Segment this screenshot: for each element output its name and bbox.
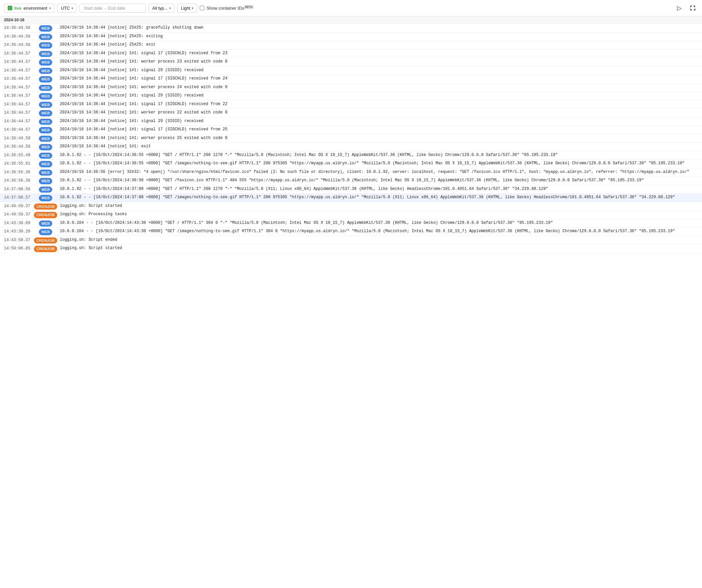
timezone-label: UTC [61,6,70,11]
log-time: 14:40:50.37 [4,203,34,209]
filter-type-selector[interactable]: All typ... ▾ [148,4,174,13]
log-row[interactable]: 14:43:30.20WEB10.0.0.184 - - [16/Oct/202… [0,227,702,236]
log-rows: 14:36:44.56WEB2024/10/16 14:36:44 [notic… [0,24,702,253]
log-row[interactable]: 14:37:08.57WEB10.0.1.92 - - [16/Oct/2024… [0,194,702,202]
log-row[interactable]: 14:50:06.85CRONJOBlogging.sh: Script sta… [0,244,702,253]
log-type-badge: WEB [39,102,52,108]
log-row[interactable]: 14:36:44.57WEB2024/10/16 14:36:44 [notic… [0,126,702,134]
log-type-badge: WEB [39,51,52,57]
log-type-badge: WEB [39,229,52,235]
start-date-placeholder: Start date [84,6,102,11]
log-row[interactable]: 14:36:44.57WEB2024/10/16 14:36:44 [notic… [0,84,702,92]
log-badge-wrapper: WEB [34,135,57,142]
log-time: 14:36:55.49 [4,152,34,158]
log-time: 14:40:50.37 [4,211,34,217]
log-type-badge: WEB [39,25,52,31]
expand-icon [690,5,696,11]
theme-selector[interactable]: Light ▾ [177,4,197,13]
log-message: 10.0.0.184 - - [16/Oct/2024:14:43:30 +00… [60,228,698,234]
log-type-badge: CRONJOB [34,246,57,252]
log-time: 14:36:44.57 [4,50,34,57]
log-type-badge: WEB [39,170,52,176]
log-row[interactable]: 14:36:56.36WEB2024/10/16 14:36:56 [error… [0,168,702,177]
log-row[interactable]: 14:37:08.56WEB10.0.1.92 - - [16/Oct/2024… [0,185,702,194]
log-type-badge: WEB [39,119,52,125]
log-type-badge: WEB [39,85,52,91]
log-message: 2024/10/16 14:36:44 [notice] 1#1: signal… [60,92,698,98]
log-row[interactable]: 14:43:50.37CRONJOBlogging.sh: Script end… [0,236,702,245]
log-type-badge: WEB [39,76,52,83]
log-row[interactable]: 14:36:44.57WEB2024/10/16 14:36:44 [notic… [0,75,702,84]
log-row[interactable]: 14:36:44.56WEB2024/10/16 14:36:44 [notic… [0,32,702,41]
log-row[interactable]: 14:36:44.57WEB2024/10/16 14:36:44 [notic… [0,109,702,117]
log-type-badge: WEB [39,195,52,201]
log-time: 14:36:44.57 [4,126,34,133]
log-row[interactable]: 14:40:50.37CRONJOBlogging.sh: Script sta… [0,202,702,211]
log-message: logging.sh: Script ended [60,237,698,243]
log-badge-wrapper: WEB [34,144,57,150]
log-row[interactable]: 14:40:50.37CRONJOBlogging.sh: Processing… [0,210,702,219]
log-row[interactable]: 14:36:44.56WEB2024/10/16 14:36:44 [notic… [0,41,702,50]
end-date-placeholder: End date [108,6,125,11]
log-badge-wrapper: CRONJOB [34,203,57,210]
env-label: environment [24,6,47,11]
log-time: 14:50:06.85 [4,245,34,252]
log-row[interactable]: 14:36:56.36WEB10.0.1.92 - - [16/Oct/2024… [0,177,702,185]
log-badge-wrapper: WEB [34,186,57,193]
chevron-down-icon: ▾ [72,6,73,10]
beta-badge: BETA [244,5,254,9]
log-type-badge: WEB [39,93,52,99]
log-badge-wrapper: WEB [34,118,57,125]
log-row[interactable]: 14:36:44.57WEB2024/10/16 14:36:44 [notic… [0,58,702,67]
log-time: 14:36:44.57 [4,101,34,107]
chevron-down-icon: ▾ [49,6,51,10]
log-row[interactable]: 14:36:44.58WEB2024/10/16 14:36:44 [notic… [0,143,702,151]
log-row[interactable]: 14:36:44.57WEB2024/10/16 14:36:44 [notic… [0,117,702,126]
log-time: 14:36:44.56 [4,33,34,39]
log-message: 10.0.1.92 - - [16/Oct/2024:14:37:08 +000… [60,186,698,192]
live-env-selector[interactable]: live environment ▾ [4,4,54,13]
log-time: 14:36:56.36 [4,177,34,184]
log-message: logging.sh: Processing tasks [60,211,698,217]
log-row[interactable]: 14:36:44.57WEB2024/10/16 14:36:44 [notic… [0,50,702,58]
play-button[interactable]: ▷ [674,3,685,13]
log-badge-wrapper: WEB [34,85,57,91]
log-type-badge: CRONJOB [34,237,57,244]
log-type-badge: WEB [39,153,52,159]
log-row[interactable]: 14:36:44.57WEB2024/10/16 14:36:44 [notic… [0,100,702,109]
log-row[interactable]: 14:36:44.57WEB2024/10/16 14:36:44 [notic… [0,92,702,100]
log-type-badge: WEB [39,68,52,74]
log-message: 2024/10/16 14:36:44 [notice] 1#1: signal… [60,67,698,73]
log-row[interactable]: 14:36:44.58WEB2024/10/16 14:36:44 [notic… [0,134,702,143]
log-type-badge: WEB [39,220,52,227]
log-message: 10.0.1.92 - - [16/Oct/2024:14:36:56 +000… [60,177,698,183]
log-row[interactable]: 14:36:55.61WEB10.0.1.92 - - [16/Oct/2024… [0,160,702,168]
log-type-badge: WEB [39,34,52,40]
log-type-badge: WEB [39,144,52,150]
chevron-down-icon: ▾ [192,6,194,10]
timezone-selector[interactable]: UTC ▾ [57,4,77,13]
log-message: 2024/10/16 14:36:44 [notice] 1#1: worker… [60,135,698,141]
date-range-selector[interactable]: Start date - End date [80,4,146,13]
log-message: 2024/10/16 14:36:44 [notice] 25#25: grac… [60,25,698,30]
log-type-badge: WEB [39,178,52,184]
log-row[interactable]: 14:43:30.09WEB10.0.0.184 - - [16/Oct/202… [0,219,702,228]
log-message: 10.0.1.92 - - [16/Oct/2024:14:37:08 +000… [60,194,698,200]
log-badge-wrapper: CRONJOB [34,246,57,252]
log-time: 14:36:44.57 [4,67,34,74]
log-message: 2024/10/16 14:36:44 [notice] 1#1: signal… [60,101,698,107]
log-type-badge: WEB [39,127,52,133]
log-time: 14:36:44.56 [4,25,34,31]
toolbar: live environment ▾ UTC ▾ Start date - En… [0,0,702,16]
log-row[interactable]: 14:36:55.49WEB10.0.1.92 - - [16/Oct/2024… [0,151,702,160]
log-message: 2024/10/16 14:36:44 [notice] 1#1: signal… [60,50,698,56]
show-container-ids-checkbox[interactable] [200,6,205,10]
log-badge-wrapper: WEB [34,51,57,57]
log-type-badge: WEB [39,187,52,193]
live-indicator-icon [8,6,12,10]
log-row[interactable]: 14:36:44.57WEB2024/10/16 14:36:44 [notic… [0,67,702,75]
log-row[interactable]: 14:36:44.56WEB2024/10/16 14:36:44 [notic… [0,24,702,32]
show-container-ids-toggle[interactable]: Show container IDsBETA [200,5,254,11]
log-time: 14:37:08.56 [4,186,34,192]
expand-button[interactable] [687,3,698,13]
